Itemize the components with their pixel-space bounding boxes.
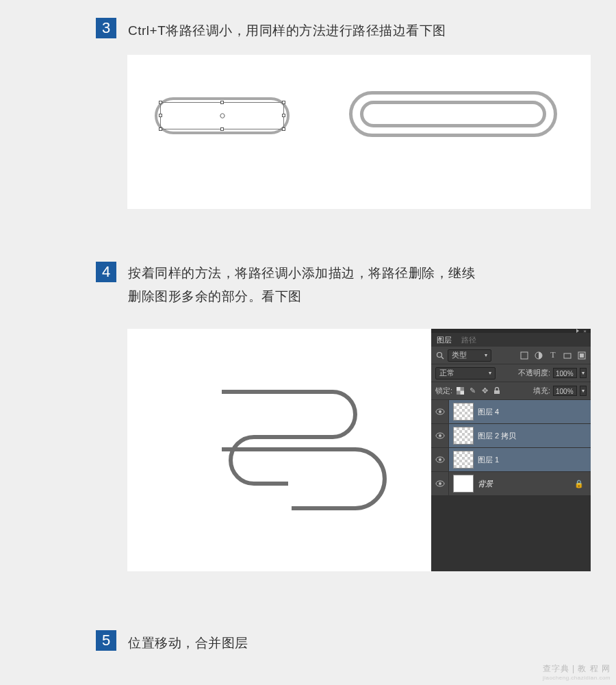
lock-move-icon[interactable]: ✥ (480, 386, 489, 396)
filter-text-icon[interactable]: T (548, 351, 558, 360)
layer-name-label: 背景 (478, 479, 493, 489)
step-3-text: Ctrl+T将路径调小，用同样的方法进行路径描边看下图 (128, 19, 446, 42)
lock-row: 锁定: ✎ ✥ 填充: 100% ▾ (431, 382, 591, 400)
fill-input[interactable]: 100% (553, 386, 577, 396)
filter-type-label: 类型 (452, 350, 467, 360)
step-5-text: 位置移动，合并图层 (128, 632, 248, 655)
step-4-text-line2: 删除图形多余的部分。看下图 (128, 289, 302, 303)
step-4-canvas: × 图层 路径 类型 ▾ T 正常 (127, 329, 591, 571)
eye-icon (435, 432, 445, 439)
spring-shape-icon (189, 370, 394, 541)
lock-all-icon[interactable] (492, 386, 502, 396)
blend-row: 正常 ▾ 不透明度: 100% ▾ (431, 364, 591, 382)
lock-brush-icon[interactable]: ✎ (467, 386, 477, 396)
step-4-text: 按着同样的方法，将路径调小添加描边，将路径删除，继续 删除图形多余的部分。看下图 (128, 262, 475, 308)
visibility-toggle[interactable] (431, 472, 449, 495)
layer-list: 图层 4 图层 2 拷贝 图层 1 背景 🔒 (431, 400, 591, 496)
step-3-canvas (127, 55, 591, 209)
transform-handle-icon (159, 101, 162, 104)
filter-icon-strip: T (519, 351, 587, 360)
blend-mode-select[interactable]: 正常 ▾ (435, 367, 496, 379)
layer-thumbnail (453, 403, 474, 421)
svg-rect-4 (564, 353, 571, 358)
svg-rect-6 (580, 353, 584, 358)
layer-name-label: 图层 4 (478, 407, 499, 417)
svg-point-0 (437, 352, 442, 357)
visibility-toggle[interactable] (431, 424, 449, 447)
blend-mode-label: 正常 (439, 368, 454, 378)
filter-shape-icon[interactable] (563, 351, 572, 360)
step-5-badge: 5 (96, 630, 116, 651)
visibility-toggle[interactable] (431, 400, 449, 423)
lock-label: 锁定: (435, 386, 452, 396)
watermark-title: 查字典 | 教 程 网 (543, 664, 611, 673)
step-4-text-line1: 按着同样的方法，将路径调小添加描边，将路径删除，继续 (128, 266, 475, 280)
panel-empty-area (431, 496, 591, 571)
layer-name-label: 图层 2 拷贝 (478, 431, 516, 441)
transform-handle-icon (220, 101, 224, 104)
search-icon[interactable] (435, 351, 445, 360)
step-3-badge: 3 (96, 18, 116, 38)
layer-item[interactable]: 图层 2 拷贝 (431, 424, 591, 448)
layer-thumbnail (453, 451, 474, 469)
opacity-dropdown-icon[interactable]: ▾ (580, 368, 587, 378)
layers-panel: × 图层 路径 类型 ▾ T 正常 (431, 329, 591, 571)
step-4-badge: 4 (96, 262, 116, 282)
transform-handle-icon (282, 101, 285, 104)
layer-thumbnail (453, 427, 474, 445)
panel-menu-icon[interactable] (576, 329, 579, 333)
transform-handle-icon (159, 114, 162, 117)
transform-handle-icon (282, 127, 285, 131)
transform-handle-icon (282, 114, 285, 117)
filter-row: 类型 ▾ T (431, 347, 591, 364)
layer-thumbnail (453, 475, 474, 493)
layer-item[interactable]: 图层 1 (431, 448, 591, 472)
filter-smart-icon[interactable] (577, 351, 587, 360)
panel-tabs: 图层 路径 (431, 333, 591, 347)
layer-item-background[interactable]: 背景 🔒 (431, 472, 591, 496)
panel-close-icon[interactable]: × (583, 328, 587, 334)
eye-icon (435, 480, 445, 487)
svg-point-14 (439, 434, 441, 437)
opacity-label: 不透明度: (518, 368, 550, 378)
transform-center-icon (219, 112, 226, 119)
fill-label: 填充: (533, 386, 550, 396)
watermark: 查字典 | 教 程 网 jiaocheng.chazidian.com (543, 663, 611, 681)
watermark-sub: jiaocheng.chazidian.com (543, 675, 611, 681)
filter-type-select[interactable]: 类型 ▾ (448, 349, 491, 362)
svg-point-16 (439, 458, 441, 461)
fill-dropdown-icon[interactable]: ▾ (580, 386, 587, 396)
pill-shape-b-inner (360, 101, 546, 127)
opacity-input[interactable]: 100% (553, 368, 577, 378)
eye-icon (435, 456, 445, 463)
transform-handle-icon (220, 127, 224, 131)
tab-paths[interactable]: 路径 (461, 335, 476, 345)
layer-name-label: 图层 1 (478, 455, 499, 465)
transform-handle-icon (159, 127, 162, 131)
filter-pixel-icon[interactable] (519, 351, 529, 360)
svg-line-1 (441, 357, 444, 359)
transform-box (160, 102, 284, 129)
filter-adjust-icon[interactable] (534, 351, 543, 360)
tab-layers[interactable]: 图层 (437, 335, 452, 345)
lock-icon: 🔒 (574, 480, 584, 488)
svg-rect-8 (457, 387, 461, 391)
svg-point-18 (439, 482, 441, 485)
lock-transparent-icon[interactable] (455, 386, 465, 396)
svg-rect-9 (460, 391, 464, 395)
visibility-toggle[interactable] (431, 448, 449, 471)
layer-item[interactable]: 图层 4 (431, 400, 591, 424)
svg-rect-2 (521, 352, 528, 359)
svg-point-12 (439, 410, 441, 413)
svg-rect-10 (494, 390, 500, 394)
eye-icon (435, 408, 445, 415)
